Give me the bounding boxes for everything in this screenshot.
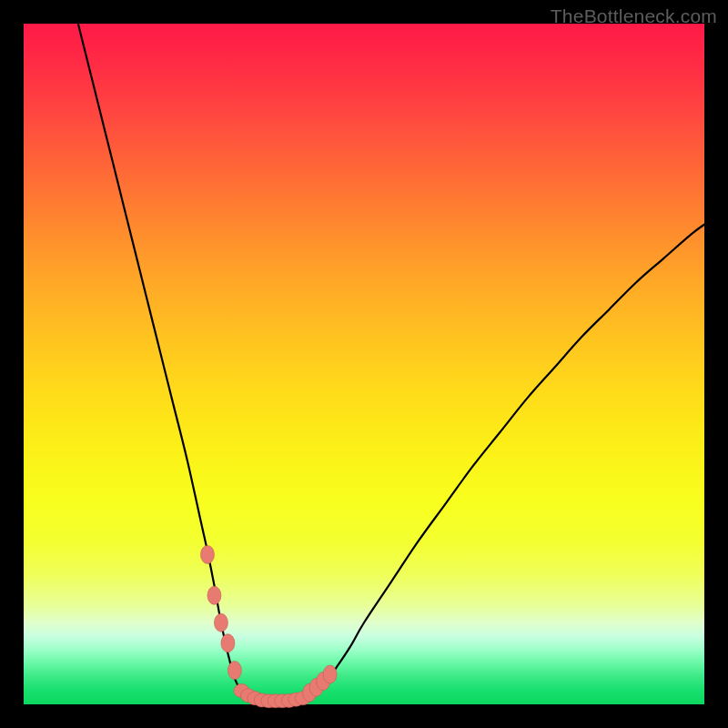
watermark-text: TheBottleneck.com xyxy=(551,5,717,27)
data-marker xyxy=(200,545,214,563)
plot-area xyxy=(24,24,704,704)
data-marker xyxy=(221,634,235,652)
chart-svg xyxy=(24,24,704,704)
data-marker xyxy=(228,662,241,680)
curve-path-right xyxy=(309,225,704,698)
data-marker xyxy=(214,613,228,632)
curve-group xyxy=(78,24,704,702)
marker-group xyxy=(200,545,337,707)
data-marker xyxy=(207,586,221,604)
data-marker xyxy=(323,665,337,683)
curve-path-left xyxy=(78,24,268,701)
chart-frame: TheBottleneck.com xyxy=(0,0,728,728)
